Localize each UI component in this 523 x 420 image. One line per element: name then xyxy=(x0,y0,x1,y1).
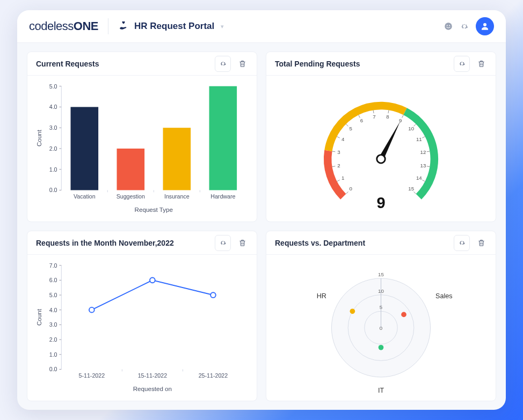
user-avatar-icon[interactable] xyxy=(476,17,494,35)
svg-line-38 xyxy=(337,137,339,138)
trash-icon xyxy=(238,239,246,247)
svg-line-30 xyxy=(346,191,348,194)
svg-point-63 xyxy=(377,155,386,164)
card-header: Requests vs. Department xyxy=(266,231,496,255)
svg-text:3.0: 3.0 xyxy=(49,124,57,131)
svg-text:Count: Count xyxy=(35,308,42,326)
svg-text:12: 12 xyxy=(420,149,426,155)
svg-line-46 xyxy=(388,110,389,114)
svg-point-88 xyxy=(150,278,155,283)
dashboard-grid: Current Requests 0.01.02.03.04.05.0Vacat… xyxy=(17,43,506,410)
trash-icon xyxy=(477,60,485,68)
line-chart: 0.01.02.03.04.05.06.07.05-11-202215-11-2… xyxy=(27,255,257,401)
polar-chart: 051015HRSalesIT xyxy=(266,255,496,401)
portal-picker[interactable]: HR Request Portal ▾ xyxy=(118,20,224,33)
card-pending-requests: Total Pending Requests 01234567891011121… xyxy=(266,51,496,222)
svg-text:9: 9 xyxy=(399,118,402,124)
svg-text:Hardware: Hardware xyxy=(210,193,235,200)
svg-text:3.0: 3.0 xyxy=(49,321,57,328)
card-settings-button[interactable] xyxy=(454,56,470,72)
card-delete-button[interactable] xyxy=(234,56,250,72)
bar-chart: 0.01.02.03.04.05.0VacationSuggestionInsu… xyxy=(27,76,257,222)
svg-line-60 xyxy=(413,191,416,194)
svg-text:Insurance: Insurance xyxy=(164,193,190,200)
svg-text:10: 10 xyxy=(408,126,414,131)
svg-text:0.0: 0.0 xyxy=(49,366,57,372)
svg-rect-19 xyxy=(117,149,145,190)
gauge-chart: 01234567891011121314159 xyxy=(266,76,496,222)
card-delete-button[interactable] xyxy=(473,235,489,251)
svg-point-105 xyxy=(401,312,406,318)
feedback-icon[interactable] xyxy=(440,18,456,34)
brand-logo: codelessONE xyxy=(29,19,98,33)
svg-line-54 xyxy=(427,151,430,152)
svg-text:Count: Count xyxy=(35,129,42,146)
portal-title: HR Request Portal xyxy=(134,21,214,32)
svg-point-89 xyxy=(210,292,216,298)
svg-line-52 xyxy=(422,137,425,138)
card-delete-button[interactable] xyxy=(473,56,489,72)
svg-text:7.0: 7.0 xyxy=(49,262,57,269)
svg-text:6.0: 6.0 xyxy=(49,277,57,283)
svg-text:IT: IT xyxy=(378,387,384,394)
svg-text:7: 7 xyxy=(373,114,375,120)
svg-point-2 xyxy=(449,25,450,26)
card-delete-button[interactable] xyxy=(234,235,250,251)
chevron-down-icon: ▾ xyxy=(221,23,224,30)
svg-text:2.0: 2.0 xyxy=(49,336,57,343)
svg-text:0.0: 0.0 xyxy=(49,187,57,193)
svg-text:15-11-2022: 15-11-2022 xyxy=(138,372,168,379)
svg-text:2: 2 xyxy=(337,163,340,168)
card-header: Requests in the Month November,2022 xyxy=(27,231,257,255)
header-divider xyxy=(108,18,108,34)
svg-text:Request Type: Request Type xyxy=(135,206,173,213)
card-current-requests: Current Requests 0.01.02.03.04.05.0Vacat… xyxy=(27,51,257,222)
svg-rect-17 xyxy=(70,107,98,190)
svg-text:Requested on: Requested on xyxy=(133,385,172,392)
svg-point-104 xyxy=(350,308,355,314)
svg-text:1.0: 1.0 xyxy=(49,351,57,358)
svg-text:4: 4 xyxy=(342,136,345,142)
gear-icon xyxy=(458,239,466,247)
brand-logo-a: codeless xyxy=(29,19,74,33)
svg-line-34 xyxy=(332,166,336,167)
svg-line-32 xyxy=(337,180,339,182)
gear-icon xyxy=(458,60,466,68)
settings-icon[interactable] xyxy=(456,18,473,34)
hand-heart-icon xyxy=(118,20,129,33)
svg-point-87 xyxy=(89,307,95,313)
app-header: codelessONE HR Request Portal ▾ xyxy=(17,10,506,43)
card-settings-button[interactable] xyxy=(215,235,231,251)
svg-text:8: 8 xyxy=(386,114,389,120)
card-title: Requests vs. Department xyxy=(275,239,454,247)
svg-line-50 xyxy=(413,124,416,126)
card-title: Requests in the Month November,2022 xyxy=(36,239,215,247)
svg-point-3 xyxy=(483,23,486,26)
svg-text:3: 3 xyxy=(337,149,340,155)
svg-point-1 xyxy=(447,25,448,26)
svg-text:2.0: 2.0 xyxy=(49,145,57,152)
svg-text:Suggestion: Suggestion xyxy=(117,193,145,200)
card-settings-button[interactable] xyxy=(215,56,231,72)
svg-text:HR: HR xyxy=(317,292,326,300)
svg-text:4.0: 4.0 xyxy=(49,307,57,313)
svg-text:5.0: 5.0 xyxy=(49,83,57,90)
svg-point-0 xyxy=(445,23,452,30)
brand-logo-b: ONE xyxy=(74,19,98,33)
svg-text:13: 13 xyxy=(420,163,426,168)
trash-icon xyxy=(477,239,485,247)
svg-text:Vacation: Vacation xyxy=(74,193,96,200)
svg-line-56 xyxy=(427,166,430,167)
card-settings-button[interactable] xyxy=(454,235,470,251)
svg-text:1.0: 1.0 xyxy=(49,166,57,173)
svg-line-40 xyxy=(346,124,348,126)
card-header: Current Requests xyxy=(27,52,257,76)
svg-point-106 xyxy=(379,345,384,350)
app-window: codelessONE HR Request Portal ▾ xyxy=(17,10,506,410)
card-requests-month: Requests in the Month November,2022 0.01… xyxy=(27,231,257,401)
svg-line-58 xyxy=(422,180,425,182)
svg-line-44 xyxy=(373,110,374,114)
svg-text:0: 0 xyxy=(350,186,352,192)
svg-text:5: 5 xyxy=(350,126,352,131)
svg-text:5.0: 5.0 xyxy=(49,292,57,298)
